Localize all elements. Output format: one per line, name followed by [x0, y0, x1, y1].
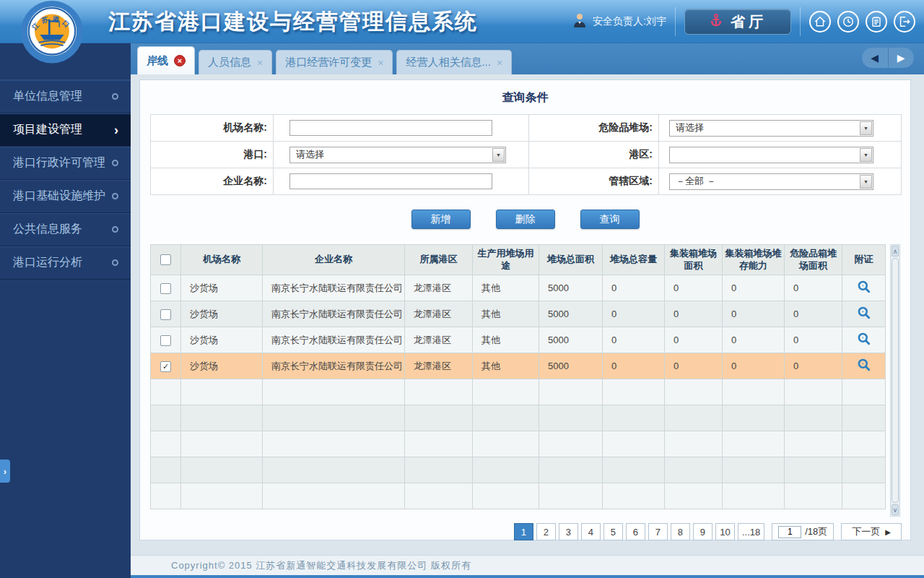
cell	[665, 431, 723, 457]
chevron-down-icon: ▼	[860, 121, 872, 135]
cell	[665, 379, 723, 405]
attachment-cell[interactable]	[842, 327, 886, 353]
column-header: 集装箱堆场面积	[665, 245, 723, 275]
cell: 0	[665, 301, 723, 327]
row-checkbox[interactable]	[160, 335, 171, 346]
sidebar-item-5[interactable]: 公共信息服务	[0, 213, 131, 246]
magnifier-icon	[857, 280, 871, 294]
page-button-...18[interactable]: ...18	[738, 523, 764, 540]
tab-close-icon[interactable]: ×	[174, 55, 186, 66]
clock-icon[interactable]	[837, 11, 859, 33]
sidebar-item-4[interactable]: 港口基础设施维护	[0, 180, 131, 213]
scrollbar-track[interactable]	[891, 257, 899, 504]
query-select-2-1[interactable]: －全部 －▼	[669, 173, 873, 190]
page-button-10[interactable]: 10	[715, 523, 735, 540]
cell: 其他	[473, 353, 539, 379]
tab-4[interactable]: 经营人相关信息...×	[396, 50, 512, 74]
cell: 0	[665, 275, 723, 301]
tab-close-icon[interactable]: ×	[497, 57, 502, 69]
page-button-7[interactable]: 7	[648, 523, 668, 540]
row-checkbox[interactable]	[160, 283, 171, 294]
query-select-1-1[interactable]: ▼	[669, 147, 873, 163]
tab-3[interactable]: 港口经营许可变更×	[276, 50, 393, 74]
page-button-6[interactable]: 6	[626, 523, 645, 540]
checkbox-cell	[151, 275, 181, 301]
tab-close-icon[interactable]: ×	[257, 57, 263, 69]
header-divider	[800, 7, 801, 36]
tab-close-icon[interactable]: ×	[378, 57, 383, 69]
table-row: 沙货场南京长宁水陆联运有限责任公司龙潭港区其他50000000	[151, 275, 886, 301]
page-button-4[interactable]: 4	[581, 523, 601, 540]
query-select-1-0[interactable]: 请选择▼	[289, 147, 506, 163]
page-button-5[interactable]: 5	[603, 523, 623, 540]
cell: 其他	[473, 275, 539, 301]
attachment-cell[interactable]	[842, 301, 886, 327]
page-jump-input[interactable]	[778, 526, 801, 538]
notes-icon[interactable]	[866, 11, 887, 33]
add-button[interactable]: 新增	[411, 210, 471, 229]
cell	[181, 483, 263, 509]
row-checkbox[interactable]: ✓	[160, 361, 171, 372]
logout-icon[interactable]	[894, 11, 915, 33]
cell	[263, 431, 405, 457]
cell: 0	[785, 301, 842, 327]
page-button-9[interactable]: 9	[693, 523, 712, 540]
scrollbar-thumb[interactable]	[892, 258, 899, 503]
cell	[263, 379, 405, 405]
select-all-checkbox[interactable]	[160, 254, 171, 265]
cell: 龙潭港区	[405, 327, 473, 353]
page-button-8[interactable]: 8	[671, 523, 690, 540]
cell	[539, 483, 603, 509]
scroll-down-icon[interactable]: ∨	[892, 504, 899, 515]
query-input-2-0[interactable]	[289, 173, 492, 189]
query-form-body: 机场名称:危险品堆场:请选择▼港口:请选择▼港区:▼企业名称:管辖区域:－全部 …	[151, 115, 902, 195]
chevron-down-icon: ▼	[860, 148, 872, 162]
page-button-2[interactable]: 2	[536, 523, 556, 540]
next-page-label: 下一页	[852, 525, 880, 538]
column-header: 堆场总容量	[603, 245, 665, 275]
search-button[interactable]: 查询	[580, 210, 640, 229]
checkbox-cell	[151, 327, 181, 353]
cell: 0	[785, 353, 842, 379]
cell	[263, 483, 405, 509]
magnifier-icon	[857, 332, 871, 346]
checkbox-cell	[151, 405, 181, 431]
attachment-cell[interactable]	[842, 353, 886, 379]
app-logo: 江苏港口	[19, 0, 85, 71]
cell	[723, 405, 785, 431]
query-select-0-1[interactable]: 请选择▼	[669, 120, 873, 137]
data-grid-wrap: 机场名称企业名称所属港区生产用堆场用途堆场总面积堆场总容量集装箱堆场面积集装箱堆…	[150, 244, 900, 517]
cell: 5000	[539, 301, 603, 327]
sidebar-item-1[interactable]: 单位信息管理	[0, 80, 131, 113]
tab-scroll-forward-icon[interactable]: ▶	[889, 48, 915, 68]
page-button-1[interactable]: 1	[514, 523, 533, 540]
cell	[723, 431, 785, 457]
row-checkbox[interactable]	[160, 309, 171, 320]
dept-button[interactable]: 省厅	[684, 9, 791, 35]
scroll-up-icon[interactable]: ∧	[892, 246, 899, 256]
tab-1[interactable]: 岸线×	[137, 46, 195, 74]
attachment-cell	[842, 379, 886, 405]
query-input-0-0[interactable]	[289, 120, 492, 136]
home-icon[interactable]	[809, 11, 831, 33]
sidebar-expand-handle[interactable]: ›	[0, 460, 10, 483]
cell	[181, 457, 263, 483]
cell	[785, 379, 842, 405]
chevron-down-icon: ▼	[860, 175, 872, 189]
cell: 0	[723, 327, 785, 353]
cell	[665, 483, 723, 509]
sidebar-item-3[interactable]: 港口行政许可管理	[0, 147, 131, 180]
page-button-3[interactable]: 3	[559, 523, 578, 540]
data-grid: 机场名称企业名称所属港区生产用堆场用途堆场总面积堆场总容量集装箱堆场面积集装箱堆…	[150, 244, 886, 509]
circle-indicator-icon	[112, 226, 118, 233]
delete-button[interactable]: 删除	[496, 210, 555, 229]
next-page-button[interactable]: 下一页▶	[841, 523, 902, 540]
sidebar-item-6[interactable]: 港口运行分析	[0, 246, 131, 280]
tab-2[interactable]: 人员信息×	[199, 50, 272, 74]
attachment-cell[interactable]	[842, 275, 886, 301]
cell	[405, 457, 473, 483]
chevron-down-icon: ▼	[492, 148, 505, 162]
circle-indicator-icon	[112, 259, 118, 266]
tab-scroll-back-icon[interactable]: ◀	[862, 48, 889, 68]
sidebar-item-2[interactable]: 项目建设管理›	[0, 113, 131, 147]
